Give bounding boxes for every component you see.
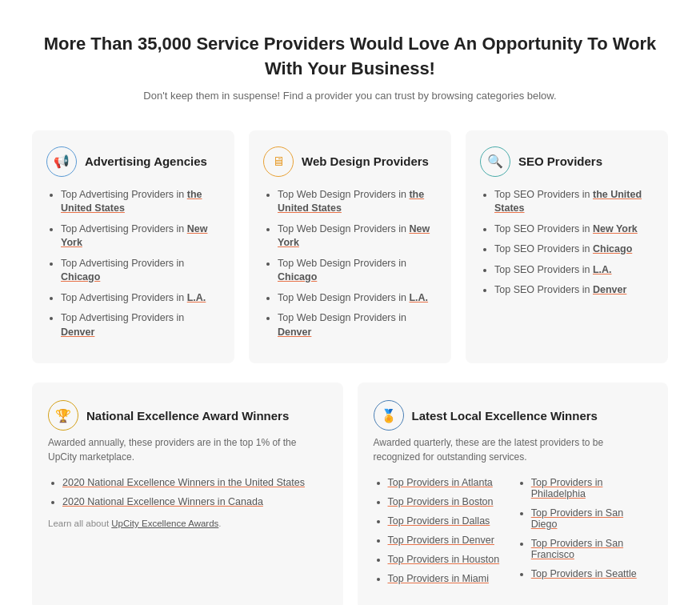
learn-more-text: Learn all about UpCity Excellence Awards…	[48, 519, 327, 528]
local-link[interactable]: Top Providers in Philadelphia	[531, 477, 603, 499]
list-item: Top SEO Providers in L.A.	[494, 263, 654, 278]
list-item: Top Providers in Miami	[388, 573, 509, 584]
list-item: Top SEO Providers in Denver	[494, 283, 654, 298]
card-seo: 🔍SEO ProvidersTop SEO Providers in the U…	[466, 130, 668, 364]
provider-link[interactable]: the United States	[278, 189, 424, 214]
provider-link[interactable]: Denver	[61, 327, 94, 338]
list-item: Top Providers in Houston	[388, 554, 509, 565]
advertising-title: Advertising Agencies	[85, 154, 207, 168]
list-item: Top Advertising Providers in Denver	[61, 311, 220, 339]
local-link[interactable]: Top Providers in Houston	[388, 554, 500, 565]
card-header-webdesign: 🖥Web Design Providers	[263, 146, 437, 177]
local-left-list: Top Providers in AtlantaTop Providers in…	[374, 477, 509, 592]
list-item: Top Providers in Seattle	[531, 568, 652, 579]
local-link[interactable]: Top Providers in San Diego	[531, 507, 623, 530]
bottom-cards-row: 🏆 National Excellence Award Winners Awar…	[32, 383, 668, 605]
list-item: Top Providers in Dallas	[388, 515, 509, 527]
card-header-advertising: 📢Advertising Agencies	[46, 146, 220, 177]
card-advertising: 📢Advertising AgenciesTop Advertising Pro…	[32, 130, 234, 364]
local-excellence-card: 🏅 Latest Local Excellence Winners Awarde…	[358, 383, 669, 605]
provider-link[interactable]: New York	[278, 223, 430, 249]
seo-links-list: Top SEO Providers in the United StatesTo…	[480, 188, 654, 298]
list-item: Top Web Design Providers in the United S…	[278, 188, 437, 216]
provider-link[interactable]: L.A.	[409, 292, 428, 303]
provider-link[interactable]: the United States	[494, 189, 642, 214]
webdesign-icon: 🖥	[263, 146, 294, 177]
list-item: Top Providers in San Francisco	[531, 538, 652, 560]
list-item: Top Providers in Philadelphia	[531, 477, 652, 499]
provider-link[interactable]: L.A.	[187, 292, 206, 303]
local-link[interactable]: Top Providers in Seattle	[531, 568, 637, 579]
list-item: Top SEO Providers in Chicago	[494, 242, 654, 257]
list-item: Top Providers in San Diego	[531, 507, 652, 530]
page-title: More Than 35,000 Service Providers Would…	[32, 32, 668, 82]
page-header: More Than 35,000 Service Providers Would…	[32, 32, 668, 102]
upcity-awards-link[interactable]: UpCity Excellence Awards	[111, 519, 218, 528]
local-link[interactable]: Top Providers in San Francisco	[531, 538, 623, 560]
provider-link[interactable]: Chicago	[593, 243, 632, 254]
list-item: Top Web Design Providers in Chicago	[278, 257, 437, 285]
list-item: Top Providers in Boston	[388, 496, 509, 507]
advertising-links-list: Top Advertising Providers in the United …	[46, 188, 220, 340]
local-link[interactable]: Top Providers in Dallas	[388, 515, 490, 527]
national-link[interactable]: 2020 National Excellence Winners in the …	[62, 477, 305, 488]
webdesign-links-list: Top Web Design Providers in the United S…	[263, 188, 437, 340]
national-icon: 🏆	[48, 400, 78, 431]
provider-link[interactable]: New York	[61, 223, 207, 249]
local-card-title: Latest Local Excellence Winners	[412, 409, 598, 423]
provider-link[interactable]: Denver	[593, 284, 626, 295]
top-cards-row: 📢Advertising AgenciesTop Advertising Pro…	[32, 130, 668, 364]
provider-link[interactable]: Chicago	[61, 271, 100, 282]
list-item: Top Advertising Providers in L.A.	[61, 291, 220, 306]
provider-link[interactable]: L.A.	[593, 264, 612, 275]
provider-link[interactable]: the United States	[61, 189, 202, 214]
list-item: Top Providers in Denver	[388, 535, 509, 546]
list-item: 2020 National Excellence Winners in the …	[62, 477, 327, 488]
provider-link[interactable]: New York	[593, 223, 638, 234]
list-item: Top Advertising Providers in the United …	[61, 188, 220, 216]
national-description: Awarded annually, these providers are in…	[48, 435, 327, 464]
list-item: Top SEO Providers in New York	[494, 222, 654, 237]
seo-title: SEO Providers	[518, 154, 602, 168]
local-description: Awarded quarterly, these are the latest …	[374, 435, 653, 464]
seo-icon: 🔍	[480, 146, 510, 177]
national-link[interactable]: 2020 National Excellence Winners in Cana…	[62, 496, 263, 507]
local-link[interactable]: Top Providers in Denver	[388, 535, 494, 546]
local-links-grid: Top Providers in AtlantaTop Providers in…	[374, 477, 653, 592]
list-item: Top Advertising Providers in New York	[61, 222, 220, 250]
list-item: Top Advertising Providers in Chicago	[61, 257, 220, 285]
list-item: Top Providers in Atlanta	[388, 477, 509, 488]
list-item: Top Web Design Providers in L.A.	[278, 291, 437, 306]
list-item: 2020 National Excellence Winners in Cana…	[62, 496, 327, 507]
page-subtitle: Don't keep them in suspense! Find a prov…	[32, 90, 668, 102]
local-link[interactable]: Top Providers in Miami	[388, 573, 489, 584]
national-card-title: National Excellence Award Winners	[86, 409, 289, 423]
national-excellence-card: 🏆 National Excellence Award Winners Awar…	[32, 383, 343, 605]
local-card-header: 🏅 Latest Local Excellence Winners	[374, 400, 653, 431]
list-item: Top Web Design Providers in Denver	[278, 311, 437, 339]
local-link[interactable]: Top Providers in Boston	[388, 496, 494, 507]
local-right-list: Top Providers in PhiladelphiaTop Provide…	[517, 477, 652, 592]
local-link[interactable]: Top Providers in Atlanta	[388, 477, 493, 488]
card-header-seo: 🔍SEO Providers	[480, 146, 654, 177]
provider-link[interactable]: Chicago	[278, 271, 317, 282]
national-card-header: 🏆 National Excellence Award Winners	[48, 400, 327, 431]
list-item: Top SEO Providers in the United States	[494, 188, 654, 216]
card-webdesign: 🖥Web Design ProvidersTop Web Design Prov…	[249, 130, 451, 364]
advertising-icon: 📢	[46, 146, 77, 177]
webdesign-title: Web Design Providers	[302, 154, 429, 168]
provider-link[interactable]: Denver	[278, 327, 311, 338]
local-icon: 🏅	[374, 400, 404, 431]
list-item: Top Web Design Providers in New York	[278, 222, 437, 250]
national-links-list: 2020 National Excellence Winners in the …	[48, 477, 327, 507]
